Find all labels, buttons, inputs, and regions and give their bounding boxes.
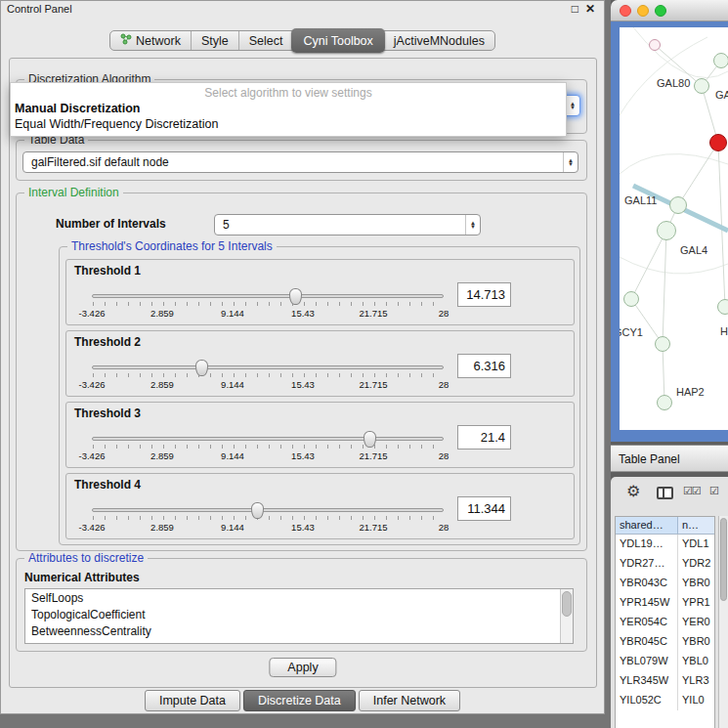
network-node-label: H [720, 325, 728, 337]
table-cell-shared-name[interactable]: YPR145W [616, 593, 678, 613]
gear-icon[interactable]: ⚙ [626, 482, 640, 500]
table-cell-name[interactable]: YBR0 [678, 574, 714, 593]
tab-cyni-toolbox[interactable]: Cyni Toolbox [291, 28, 384, 53]
network-node[interactable] [655, 336, 670, 352]
interval-definition-group-title: Interval Definition [24, 186, 123, 199]
minimize-traffic-light-icon[interactable] [637, 5, 649, 17]
table-row[interactable]: YBR043CYBR0 [616, 574, 714, 593]
popup-option-manual-discretization[interactable]: Manual Discretization [11, 101, 566, 116]
tick-label: 9.144 [221, 450, 244, 461]
apply-button[interactable]: Apply [269, 658, 336, 677]
tick-label: 9.144 [221, 522, 244, 533]
network-node[interactable] [713, 53, 728, 68]
table-cell-shared-name[interactable]: YBL079W [616, 652, 678, 671]
table-cell-shared-name[interactable]: YBR043C [616, 574, 678, 593]
tab-impute-data[interactable]: Impute Data [145, 690, 240, 711]
tab-discretize-data[interactable]: Discretize Data [243, 690, 356, 711]
tab-jactivemnodules[interactable]: jActiveMNodules [384, 31, 494, 50]
threshold-2-slider[interactable]: -3.4262.8599.14415.4321.71528 [92, 359, 444, 394]
network-node[interactable] [657, 395, 672, 410]
network-node[interactable] [657, 221, 676, 240]
network-node[interactable] [717, 299, 728, 315]
bottom-tabbar: Impute Data Discretize Data Infer Networ… [1, 690, 604, 711]
tick-label: 28 [439, 308, 450, 319]
column-header-shared[interactable]: shared… [616, 517, 678, 534]
slider-tick-labels: -3.4262.8599.14415.4321.71528 [92, 450, 444, 461]
tab-network[interactable]: Network [110, 31, 191, 50]
network-canvas[interactable]: GAL80GAGAL11GAL4GCY1HHAP2 [620, 27, 728, 430]
slider-thumb[interactable] [251, 502, 264, 519]
table-scrollbar[interactable] [718, 516, 728, 728]
threshold-3-slider[interactable]: -3.4262.8599.14415.4321.71528 [92, 430, 444, 465]
table-data-combobox[interactable]: galFiltered.sif default node ▲▼ [22, 151, 578, 173]
table-cell-shared-name[interactable]: YLR345W [616, 671, 678, 691]
numerical-attributes-list[interactable]: SelfLoopsTopologicalCoefficientBetweenne… [24, 588, 574, 644]
attribute-list-item[interactable]: SelfLoops [25, 589, 560, 606]
tab-infer-network[interactable]: Infer Network [359, 690, 460, 711]
threshold-1-slider[interactable]: -3.4262.8599.14415.4321.71528 [92, 287, 444, 322]
table-cell-name[interactable]: YPR1 [678, 593, 714, 613]
slider-thumb[interactable] [195, 360, 208, 376]
zoom-traffic-light-icon[interactable] [655, 5, 666, 17]
close-icon[interactable]: ✕ [585, 2, 595, 16]
table-cell-name[interactable]: YBL0 [678, 652, 714, 671]
select-all-checkboxes-icon[interactable]: ☑☑ [683, 485, 701, 497]
table-row[interactable]: YBL079WYBL0 [616, 652, 714, 671]
table-cell-name[interactable]: YBR0 [678, 632, 714, 652]
table-row[interactable]: YER054CYER0 [616, 613, 714, 632]
table-cell-shared-name[interactable]: YER054C [616, 613, 678, 632]
table-panel-header: Table Panel [611, 445, 728, 472]
table-cell-shared-name[interactable]: YDL19… [616, 535, 678, 554]
slider-ticks [93, 516, 443, 520]
table-row[interactable]: YBR045CYBR0 [616, 632, 714, 652]
table-cell-shared-name[interactable]: YBR045C [616, 632, 678, 652]
checkbox-filter-icon[interactable]: ☑ [709, 485, 727, 497]
table-row[interactable]: YPR145WYPR1 [616, 593, 714, 613]
tab-label: Style [201, 34, 229, 48]
table-row[interactable]: YDL19…YDL1 [616, 535, 714, 554]
columns-icon[interactable] [657, 487, 673, 499]
table-cell-name[interactable]: YDL1 [678, 535, 714, 554]
popup-option-equal-width-frequency[interactable]: Equal Width/Frequency Discretization [11, 116, 566, 132]
table-row[interactable]: YDR27…YDR2 [616, 554, 714, 574]
number-of-intervals-combobox[interactable]: 5 ▲▼ [214, 214, 481, 236]
table-row[interactable]: YIL052CYIL0 [616, 691, 714, 710]
attribute-list-item[interactable]: TopologicalCoefficient [25, 606, 560, 622]
attributes-group: Attributes to discretize Numerical Attri… [16, 558, 587, 652]
table-row[interactable]: YLR345WYLR3 [616, 671, 714, 691]
scrollbar-thumb[interactable] [720, 518, 727, 601]
network-node[interactable] [694, 78, 709, 94]
network-node[interactable] [623, 291, 639, 307]
tick-label: 21.715 [359, 450, 387, 461]
list-scrollbar[interactable] [560, 589, 573, 643]
cyni-toolbox-panel: Discretization Algorithm ▲▼ Table Data g… [9, 58, 597, 688]
threshold-2-label: Threshold 2 [74, 335, 141, 349]
network-node[interactable] [669, 196, 687, 214]
threshold-2-value-field[interactable] [457, 354, 511, 378]
column-header-name[interactable]: n… [678, 517, 714, 534]
network-node[interactable] [649, 39, 661, 51]
threshold-1-label: Threshold 1 [74, 264, 141, 278]
table-cell-name[interactable]: YDR2 [678, 554, 714, 574]
slider-groove [92, 508, 444, 512]
table-cell-name[interactable]: YER0 [678, 613, 714, 632]
threshold-4-slider[interactable]: -3.4262.8599.14415.4321.71528 [92, 501, 444, 536]
tab-style[interactable]: Style [191, 31, 238, 50]
threshold-3-value-field[interactable] [457, 425, 511, 450]
table-cell-shared-name[interactable]: YIL052C [616, 691, 678, 710]
table-cell-shared-name[interactable]: YDR27… [616, 554, 678, 574]
attribute-list-item[interactable]: BetweennessCentrality [25, 622, 560, 639]
network-node[interactable] [709, 134, 727, 151]
float-window-icon[interactable]: □ [572, 2, 578, 16]
slider-thumb[interactable] [289, 288, 302, 305]
scrollbar-thumb[interactable] [562, 591, 572, 617]
algorithm-dropdown-popup: Select algorithm to view settings Manual… [10, 82, 567, 137]
network-tab-icon [120, 33, 132, 48]
tab-select[interactable]: Select [238, 31, 293, 50]
table-cell-name[interactable]: YIL0 [678, 691, 714, 710]
threshold-4-value-field[interactable] [457, 496, 511, 521]
threshold-1-value-field[interactable] [457, 282, 511, 307]
tick-label: 28 [439, 379, 450, 390]
close-traffic-light-icon[interactable] [620, 5, 631, 17]
table-cell-name[interactable]: YLR3 [678, 671, 714, 691]
